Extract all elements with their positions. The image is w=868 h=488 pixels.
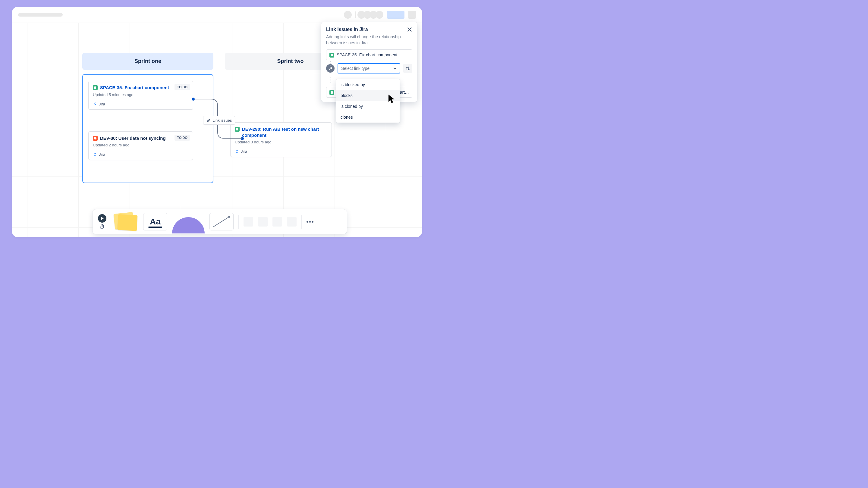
issue-card-space35[interactable]: SPACE-35: Fix chart component TO DO Upda…	[88, 81, 193, 110]
more-tools[interactable]	[307, 209, 313, 234]
topbar-right	[344, 11, 416, 19]
sprint-header[interactable]: Sprint one	[82, 53, 213, 70]
story-icon	[235, 127, 240, 132]
more-menu-button[interactable]	[408, 11, 416, 19]
story-icon	[330, 90, 334, 95]
sprint-column-one: Sprint one SPACE-35: Fix chart component…	[82, 53, 213, 183]
swap-icon	[405, 66, 410, 71]
tool-placeholder[interactable]	[287, 217, 297, 227]
connector-endpoint[interactable]	[241, 137, 244, 140]
jira-icon	[93, 102, 97, 106]
chevron-down-icon	[393, 67, 397, 70]
popover-description: Adding links will change the relationshi…	[326, 34, 412, 46]
jira-icon	[93, 153, 97, 157]
swap-direction-button[interactable]	[403, 64, 412, 73]
tool-placeholder[interactable]	[244, 217, 253, 227]
text-tool[interactable]: Aa	[143, 209, 167, 234]
play-icon	[100, 217, 104, 220]
issue-updated: Updated 5 minutes ago	[93, 93, 189, 97]
pointer-tools	[98, 209, 106, 234]
issue-summary-truncated: art…	[400, 90, 409, 95]
issue-title: DEV-290: Run A/B test on new chart compo…	[242, 126, 327, 138]
issue-card-dev30[interactable]: DEV-30: User data not syncing TO DO Upda…	[88, 131, 193, 160]
issue-card-dev290[interactable]: DEV-290: Run A/B test on new chart compo…	[230, 122, 332, 157]
sprint-title: Sprint one	[134, 58, 161, 64]
line-icon	[212, 216, 231, 228]
story-icon	[330, 53, 334, 58]
link-issues-popover: Link issues in Jira Adding links will ch…	[321, 22, 417, 102]
select-placeholder: Select link type	[341, 66, 370, 71]
integration-label: Jira	[99, 152, 105, 157]
story-icon	[93, 85, 98, 90]
close-icon[interactable]	[407, 27, 412, 32]
sticky-tool[interactable]	[111, 209, 138, 234]
source-issue-pill[interactable]: SPACE-35 Fix chart component	[326, 50, 412, 60]
link-issues-button[interactable]: Link issues	[203, 116, 235, 125]
toolbar-divider	[301, 215, 302, 229]
link-type-select[interactable]: Select link type	[338, 63, 400, 73]
dropdown-option-clones[interactable]: clones	[336, 112, 400, 123]
circle-icon	[172, 217, 205, 233]
cursor-icon	[388, 94, 397, 104]
sprint-title: Sprint two	[277, 58, 304, 64]
link-icon	[328, 66, 333, 70]
issue-summary: Fix chart component	[359, 53, 398, 57]
jira-icon	[235, 150, 239, 154]
board-title-placeholder	[18, 13, 63, 17]
sticky-note-icon	[118, 214, 138, 231]
svg-line-0	[213, 217, 229, 227]
avatar	[375, 11, 383, 19]
text-tool-label: Aa	[150, 217, 161, 227]
issue-key: SPACE-35	[337, 53, 357, 57]
present-button[interactable]	[98, 214, 106, 223]
svg-point-1	[228, 216, 230, 218]
tool-placeholder[interactable]	[258, 217, 268, 227]
avatar[interactable]	[344, 11, 352, 19]
shape-tool[interactable]	[172, 210, 205, 233]
bottom-toolbar: Aa	[93, 209, 347, 234]
tool-placeholder[interactable]	[273, 217, 282, 227]
integration-label: Jira	[99, 102, 105, 106]
connector-endpoint[interactable]	[192, 98, 195, 101]
link-issues-label: Link issues	[213, 118, 232, 123]
topbar	[12, 7, 422, 23]
status-badge: TO DO	[175, 84, 190, 90]
hand-icon[interactable]	[99, 224, 105, 229]
ellipsis-icon	[307, 221, 313, 223]
relation-guide	[330, 77, 331, 83]
bug-icon	[93, 136, 98, 141]
link-icon	[207, 119, 211, 123]
integration-label: Jira	[241, 149, 247, 154]
issue-updated: Updated 8 hours ago	[235, 140, 327, 144]
dropdown-option-is-blocked-by[interactable]: is blocked by	[336, 79, 400, 90]
sprint-body: SPACE-35: Fix chart component TO DO Upda…	[82, 74, 213, 183]
issue-updated: Updated 2 hours ago	[93, 143, 189, 147]
popover-title: Link issues in Jira	[326, 27, 368, 32]
status-badge: TO DO	[175, 135, 190, 141]
avatar-group[interactable]	[359, 11, 383, 19]
app-window: Sprint one SPACE-35: Fix chart component…	[12, 7, 422, 237]
connector-tool[interactable]	[210, 209, 234, 234]
relation-guide	[330, 61, 331, 66]
share-button[interactable]	[387, 11, 404, 19]
